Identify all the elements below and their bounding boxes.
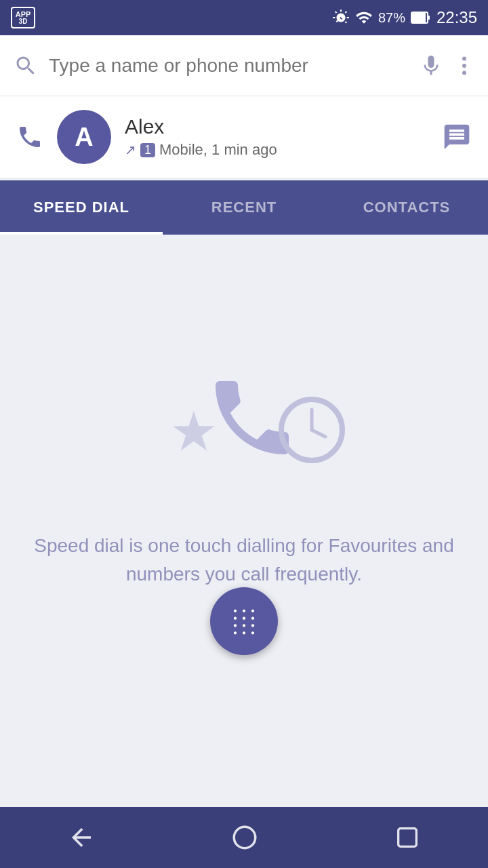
call-detail-text: Mobile, 1 min ago xyxy=(159,141,277,159)
svg-rect-11 xyxy=(398,829,416,847)
recents-button[interactable] xyxy=(394,824,421,851)
status-right: 87% 22:35 xyxy=(332,8,477,27)
battery-icon xyxy=(411,10,431,25)
status-left: APP 3D xyxy=(11,7,35,28)
signal-icon xyxy=(355,9,373,26)
more-options-icon[interactable] xyxy=(454,54,474,78)
tab-recent[interactable]: RECENT xyxy=(163,180,325,235)
recent-call-card[interactable]: A Alex ↗ 1 Mobile, 1 min ago xyxy=(0,96,488,178)
call-count-badge: 1 xyxy=(140,143,155,157)
contact-name: Alex xyxy=(125,115,428,138)
navigation-bar xyxy=(0,807,488,868)
battery-level: 87% xyxy=(378,10,405,26)
svg-line-9 xyxy=(312,430,325,437)
svg-rect-2 xyxy=(412,13,426,22)
contact-info: Alex ↗ 1 Mobile, 1 min ago xyxy=(125,115,428,159)
svg-point-3 xyxy=(462,56,466,60)
contact-detail: ↗ 1 Mobile, 1 min ago xyxy=(125,141,428,159)
alarm-icon xyxy=(332,9,350,26)
tab-speed-dial[interactable]: SPEED DIAL xyxy=(0,180,163,235)
call-phone-icon xyxy=(16,123,43,151)
speed-dial-illustration: ★ xyxy=(129,355,359,505)
home-button[interactable] xyxy=(230,823,259,852)
message-icon[interactable] xyxy=(442,122,472,152)
tab-bar: SPEED DIAL RECENT CONTACTS xyxy=(0,180,488,235)
mic-icon[interactable] xyxy=(419,54,443,78)
svg-point-4 xyxy=(462,64,466,68)
main-content: ★ Speed dial is one touch dialling for F… xyxy=(0,235,488,709)
svg-rect-1 xyxy=(428,16,430,20)
svg-point-10 xyxy=(234,827,256,848)
avatar: A xyxy=(57,110,111,164)
svg-point-5 xyxy=(462,71,466,75)
svg-text:★: ★ xyxy=(169,401,218,462)
back-button[interactable] xyxy=(67,823,96,852)
app-icon: APP 3D xyxy=(11,7,35,28)
search-bar xyxy=(0,35,488,96)
tab-contacts[interactable]: CONTACTS xyxy=(325,180,488,235)
time-display: 22:35 xyxy=(436,8,477,27)
dialpad-fab-button[interactable] xyxy=(210,587,278,655)
outgoing-call-icon: ↗ xyxy=(125,142,136,158)
search-icon xyxy=(14,54,38,78)
search-input[interactable] xyxy=(49,55,408,77)
speed-dial-description: Speed dial is one touch dialling for Fav… xyxy=(27,532,461,589)
status-bar: APP 3D 87% 22:35 xyxy=(0,0,488,35)
